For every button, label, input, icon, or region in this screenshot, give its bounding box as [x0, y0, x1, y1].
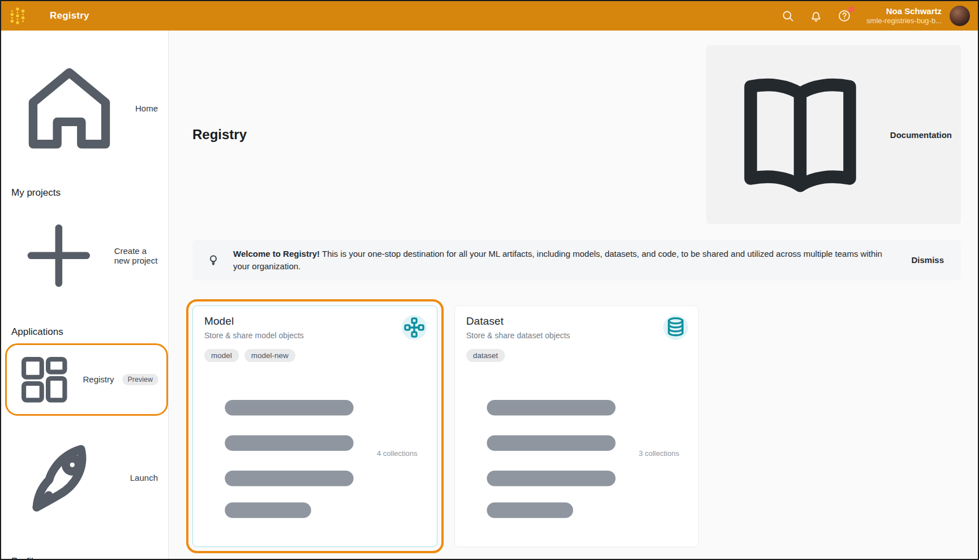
sidebar-item-label: Launch — [130, 473, 158, 483]
sidebar-item-launch[interactable]: Launch — [1, 417, 168, 538]
core-registries-grid: ModelStore & share model objectsmodelmod… — [192, 305, 961, 547]
rocket-icon — [11, 422, 122, 533]
preview-badge: Preview — [122, 374, 158, 385]
tag-pill: model-new — [244, 349, 295, 362]
collections-label: 4 collections — [377, 449, 418, 458]
user-name: Noa Schwartz — [866, 6, 942, 17]
sidebar-item-label: Create a new project — [114, 246, 158, 265]
model-nodes-icon — [402, 315, 427, 340]
collections-label: 3 collections — [639, 449, 680, 458]
collections-icon — [466, 369, 636, 539]
registry-card-tags: modelmodel-new — [204, 349, 426, 362]
main-content: Registry Documentation Welcome to Regist… — [169, 31, 978, 559]
create-project-button[interactable]: Create a new project — [1, 203, 168, 308]
registry-card[interactable]: DatasetStore & share dataset objectsdata… — [454, 305, 699, 547]
my-projects-heading: My projects — [1, 182, 168, 203]
help-icon[interactable] — [837, 8, 852, 23]
sidebar-item-home[interactable]: Home — [1, 45, 168, 171]
registry-card-footer: 3 collections — [466, 369, 688, 539]
app-title: Registry — [50, 10, 89, 21]
welcome-banner-text: Welcome to Registry! This is your one-st… — [233, 248, 909, 273]
dismiss-button[interactable]: Dismiss — [909, 252, 946, 268]
registry-card-description: Store & share model objects — [204, 331, 426, 340]
search-icon[interactable] — [780, 8, 795, 23]
notification-dot — [848, 6, 855, 12]
collections-count: 4 collections — [204, 369, 418, 539]
app-window: Registry Noa Schwartz smle-registries-bu… — [0, 0, 979, 560]
registry-card-tags: dataset — [466, 349, 688, 362]
wandb-logo-icon[interactable] — [8, 6, 27, 26]
registry-card-title: Model — [204, 315, 426, 328]
collections-icon — [204, 369, 374, 539]
lightbulb-icon — [206, 253, 221, 268]
sidebar-item-registry[interactable]: Registry Preview — [8, 346, 160, 413]
tag-pill: model — [204, 349, 239, 362]
database-icon — [663, 315, 688, 340]
profile-heading: Profile — [1, 550, 168, 560]
tag-pill: dataset — [466, 349, 505, 362]
registry-card-footer: 4 collections — [204, 369, 426, 539]
sidebar-item-label: Registry — [83, 374, 114, 384]
registry-type-icon-circle — [663, 315, 688, 340]
documentation-label: Documentation — [890, 130, 952, 140]
user-org: smle-registries-bug-b... — [866, 16, 942, 25]
user-menu[interactable]: Noa Schwartz smle-registries-bug-b... — [866, 6, 942, 26]
sidebar: Home My projects Create a new project Ap… — [1, 31, 169, 559]
collections-count: 3 collections — [466, 369, 680, 539]
user-avatar[interactable] — [950, 6, 970, 26]
welcome-banner-body: This is your one-stop destination for al… — [233, 249, 882, 271]
registry-type-icon-circle — [402, 315, 427, 340]
book-icon — [715, 50, 885, 219]
registry-card-title: Dataset — [466, 315, 688, 328]
notifications-bell-icon[interactable] — [809, 8, 823, 23]
welcome-banner-bold: Welcome to Registry! — [233, 249, 320, 259]
registry-highlight-annotation: Registry Preview — [5, 343, 168, 416]
applications-heading: Applications — [1, 321, 168, 342]
registry-card-description: Store & share dataset objects — [466, 331, 688, 340]
welcome-banner: Welcome to Registry! This is your one-st… — [192, 240, 961, 281]
documentation-button[interactable]: Documentation — [706, 45, 961, 224]
page-title: Registry — [192, 127, 247, 143]
registry-card[interactable]: ModelStore & share model objectsmodelmod… — [192, 305, 437, 547]
sidebar-item-label: Home — [135, 104, 158, 113]
plus-icon — [11, 208, 106, 303]
registry-grid-icon — [14, 349, 75, 411]
home-icon — [11, 50, 127, 166]
top-navbar: Registry Noa Schwartz smle-registries-bu… — [1, 1, 978, 31]
